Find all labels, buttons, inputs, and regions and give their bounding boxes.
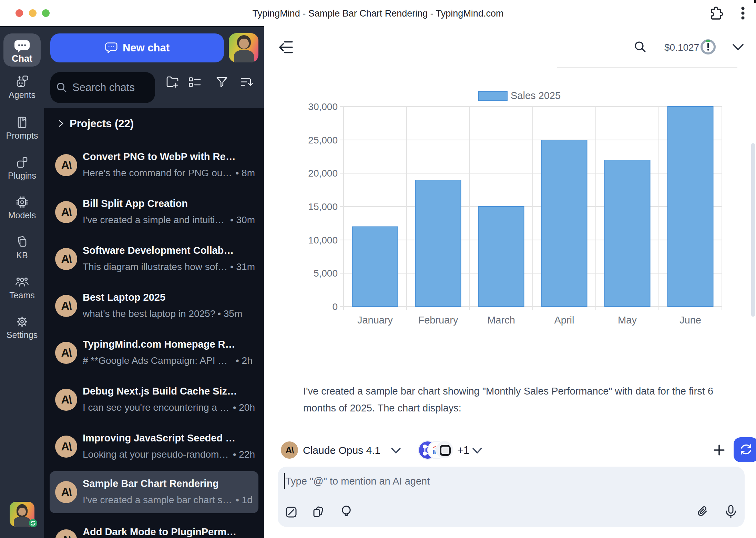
svg-text:0: 0 bbox=[332, 301, 338, 312]
svg-text:20,000: 20,000 bbox=[308, 168, 338, 179]
svg-text:30,000: 30,000 bbox=[308, 101, 338, 112]
svg-text:10,000: 10,000 bbox=[308, 235, 338, 246]
svg-text:Sales 2025: Sales 2025 bbox=[511, 90, 561, 101]
svg-text:15,000: 15,000 bbox=[308, 201, 338, 212]
svg-text:March: March bbox=[487, 315, 515, 326]
svg-text:February: February bbox=[418, 315, 458, 326]
svg-text:25,000: 25,000 bbox=[308, 135, 338, 146]
svg-text:April: April bbox=[554, 315, 574, 326]
svg-text:January: January bbox=[357, 315, 393, 326]
svg-text:June: June bbox=[680, 315, 701, 326]
svg-text:May: May bbox=[618, 315, 637, 326]
svg-text:5,000: 5,000 bbox=[314, 268, 338, 279]
